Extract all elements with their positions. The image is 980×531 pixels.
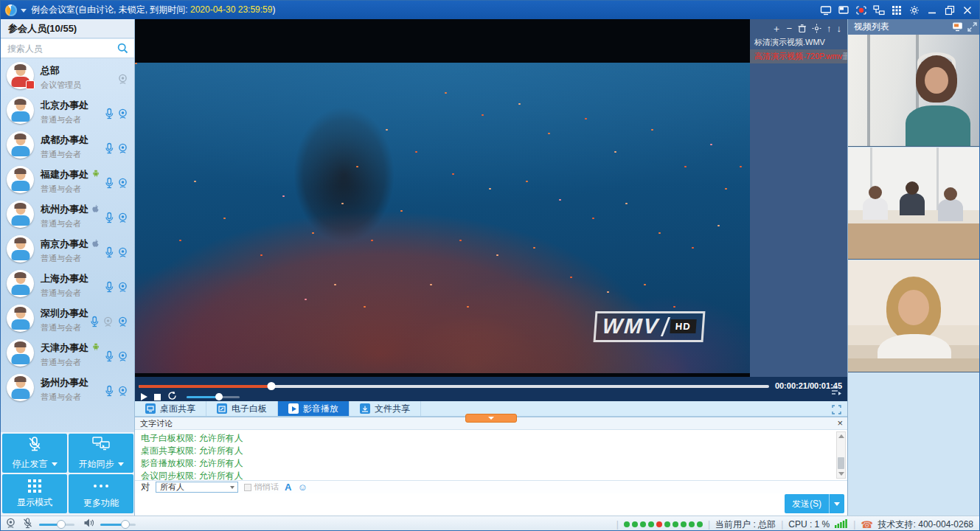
- move-down-icon[interactable]: ↓: [837, 24, 842, 33]
- display-mode-icon[interactable]: [888, 1, 906, 19]
- close-icon[interactable]: [959, 1, 976, 19]
- playlist-item[interactable]: 高清演示视频-720P.wmv删除: [750, 49, 847, 63]
- participant-row[interactable]: 总部 会议管理员: [1, 58, 134, 93]
- whisper-option[interactable]: 悄悄话: [244, 482, 279, 493]
- sync-tree-icon[interactable]: [870, 1, 888, 19]
- progress-bar[interactable]: [139, 385, 769, 388]
- webcam-icon[interactable]: [117, 282, 128, 296]
- participant-row[interactable]: 上海办事处 普通与会者: [1, 266, 134, 301]
- font-button[interactable]: A: [285, 482, 291, 493]
- speaker-volume-handle[interactable]: [121, 520, 130, 529]
- settings-icon[interactable]: [812, 24, 821, 35]
- webcam-icon[interactable]: [117, 143, 128, 157]
- panel-collapse-handle[interactable]: [465, 414, 517, 423]
- mic-icon[interactable]: [90, 316, 99, 330]
- mic-volume-handle[interactable]: [57, 520, 66, 529]
- settings-icon[interactable]: [906, 1, 923, 19]
- chat-messages: 电子白板权限: 允许所有人桌面共享权限: 允许所有人影音播放权限: 允许所有人会…: [135, 430, 847, 480]
- monitor-icon[interactable]: [952, 21, 963, 35]
- record-icon[interactable]: [852, 1, 870, 19]
- chevron-down-icon[interactable]: [52, 462, 58, 466]
- volume-handle[interactable]: [215, 393, 223, 400]
- move-up-icon[interactable]: ↑: [827, 24, 832, 33]
- mic-volume-slider[interactable]: [39, 524, 74, 526]
- scroll-thumb[interactable]: [838, 457, 844, 469]
- webcam-disabled-icon[interactable]: [102, 316, 114, 330]
- mic-icon[interactable]: [105, 212, 114, 226]
- speaker-icon[interactable]: [83, 518, 94, 531]
- tab-whiteboard[interactable]: 电子白板: [206, 401, 278, 416]
- send-options-button[interactable]: [829, 494, 844, 513]
- participant-row[interactable]: 天津办事处 普通与会者: [1, 336, 134, 370]
- remove-icon[interactable]: −: [786, 24, 792, 33]
- webcam-icon[interactable]: [117, 108, 128, 122]
- video-thumbnail[interactable]: [848, 148, 980, 260]
- scroll-up-icon[interactable]: [838, 434, 844, 438]
- volume-fill: [187, 396, 219, 398]
- participant-row[interactable]: 成都办事处 普通与会者: [1, 128, 134, 162]
- tab-file-share[interactable]: 文件共享: [350, 401, 421, 416]
- webcam-icon[interactable]: [117, 178, 128, 192]
- fullscreen-icon[interactable]: [832, 404, 841, 417]
- chevron-down-icon[interactable]: [118, 462, 124, 466]
- restore-icon[interactable]: [941, 1, 959, 19]
- webcam-icon[interactable]: [117, 351, 128, 365]
- mic-icon[interactable]: [105, 246, 114, 261]
- mic-icon[interactable]: [105, 142, 114, 157]
- play-icon[interactable]: [141, 393, 147, 400]
- whisper-checkbox[interactable]: [244, 484, 251, 491]
- tab-media-play[interactable]: 影音播放: [278, 401, 350, 416]
- webcam-icon[interactable]: [117, 316, 128, 330]
- participant-row[interactable]: 深圳办事处 普通与会者: [1, 301, 134, 336]
- whiteboard-icon: [217, 403, 227, 414]
- mic-icon[interactable]: [105, 281, 114, 296]
- chat-scrollbar[interactable]: [836, 431, 846, 479]
- webcam-icon[interactable]: [117, 212, 128, 226]
- participant-row[interactable]: 杭州办事处 普通与会者: [1, 197, 134, 232]
- webcam-icon[interactable]: [117, 247, 128, 261]
- participant-row[interactable]: 福建办事处 普通与会者: [1, 162, 134, 197]
- video-thumbnail[interactable]: [848, 260, 980, 372]
- speaker-volume-slider[interactable]: [100, 524, 136, 526]
- mic-muted-icon[interactable]: [22, 518, 33, 531]
- expand-icon[interactable]: [967, 21, 977, 35]
- stop-icon[interactable]: [154, 394, 161, 400]
- screen-share-icon[interactable]: [817, 1, 835, 19]
- status-dot: [648, 521, 654, 527]
- add-icon[interactable]: ＋: [771, 24, 781, 33]
- webcam-icon[interactable]: [117, 386, 128, 400]
- player-volume-slider[interactable]: [187, 396, 240, 398]
- mic-icon[interactable]: [105, 385, 114, 400]
- webcam-disabled-icon[interactable]: [117, 74, 128, 88]
- participant-row[interactable]: 南京办事处 普通与会者: [1, 232, 134, 266]
- mic-icon[interactable]: [105, 108, 114, 122]
- tab-desktop-share[interactable]: 桌面共享: [135, 401, 206, 416]
- scroll-down-icon[interactable]: [838, 472, 844, 476]
- recipient-select[interactable]: 所有人: [156, 482, 238, 493]
- titlebar-menu-chevron-icon[interactable]: [21, 9, 27, 13]
- participant-row[interactable]: 北京办事处 普通与会者: [1, 93, 134, 128]
- send-button[interactable]: 发送(S): [785, 494, 829, 513]
- webcam-icon[interactable]: [5, 518, 16, 531]
- chevron-down-icon: [834, 502, 840, 506]
- mic-icon[interactable]: [105, 177, 114, 192]
- mic-icon[interactable]: [105, 350, 114, 365]
- close-icon[interactable]: ×: [837, 417, 843, 429]
- trash-icon[interactable]: [797, 24, 807, 35]
- video-content[interactable]: WMV HD: [135, 63, 750, 373]
- display-mode-button[interactable]: 显示模式: [2, 474, 67, 513]
- emoji-button[interactable]: ☺: [297, 482, 307, 493]
- minimize-icon[interactable]: [923, 1, 941, 19]
- participant-row[interactable]: 扬州办事处 普通与会者: [1, 370, 134, 405]
- search-icon[interactable]: [117, 43, 128, 57]
- message-input[interactable]: [135, 493, 847, 516]
- layout-icon[interactable]: [835, 1, 852, 19]
- playlist-item[interactable]: 标清演示视频.WMV: [750, 35, 847, 49]
- search-input[interactable]: [1, 39, 111, 58]
- video-thumbnail[interactable]: [848, 35, 980, 147]
- stop-speaking-button[interactable]: 停止发言: [2, 434, 67, 473]
- progress-handle[interactable]: [267, 382, 275, 390]
- start-sync-button[interactable]: 开始同步: [69, 434, 133, 473]
- playlist-icon[interactable]: [831, 385, 841, 398]
- more-functions-button[interactable]: 更多功能: [69, 474, 133, 513]
